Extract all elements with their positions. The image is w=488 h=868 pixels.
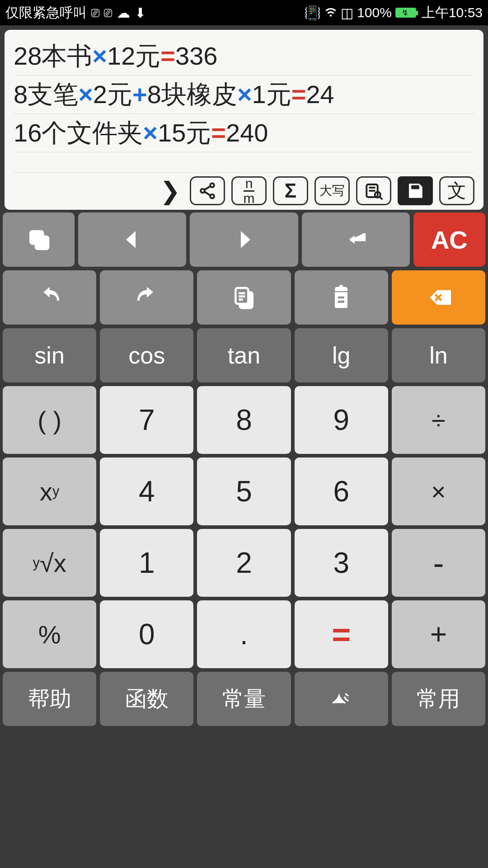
usb-icon-2: ⎚ (104, 5, 112, 20)
copy-button[interactable] (197, 270, 291, 325)
digit-8-button[interactable]: 8 (197, 386, 291, 454)
uppercase-button[interactable]: 大写 (314, 176, 350, 205)
redo-button[interactable] (100, 270, 193, 325)
battery-icon: ↯ (395, 8, 416, 18)
sin-button[interactable]: sin (3, 328, 96, 382)
copy-screen-button[interactable] (3, 212, 75, 267)
digit-3-button[interactable]: 3 (295, 529, 388, 597)
battery-saver-icon: ◫ (341, 5, 353, 21)
cursor-right-button[interactable] (190, 212, 298, 267)
digit-7-button[interactable]: 7 (100, 386, 193, 454)
digit-2-button[interactable]: 2 (197, 529, 291, 597)
plus-button[interactable]: + (392, 600, 485, 668)
fraction-icon[interactable]: nm (231, 176, 267, 205)
divide-button[interactable]: ÷ (392, 386, 485, 454)
digit-9-button[interactable]: 9 (295, 386, 388, 454)
share-icon[interactable] (190, 176, 225, 205)
backspace-button[interactable] (392, 270, 485, 325)
constants-button[interactable]: 常量 (197, 672, 291, 726)
multiply-button[interactable]: × (392, 458, 485, 525)
calc-display: 28本书×12元=3368支笔×2元+8块橡皮×1元=2416个文件夹×15元=… (5, 30, 483, 210)
digit-6-button[interactable]: 6 (295, 458, 388, 525)
battery-percent: 100% (357, 5, 392, 20)
svg-line-3 (204, 186, 211, 190)
expression-line[interactable]: 28本书×12元=336 (14, 37, 474, 75)
expression-line[interactable]: 8支笔×2元+8块橡皮×1元=24 (14, 75, 474, 114)
vibrate-icon: 📳 (304, 5, 321, 21)
history-search-icon[interactable] (356, 176, 391, 205)
nth-root-button[interactable]: y√x (3, 529, 96, 597)
svg-line-9 (380, 197, 382, 199)
ln-button[interactable]: ln (392, 328, 485, 382)
favorites-button[interactable]: 常用 (392, 672, 485, 726)
status-time: 上午10:53 (422, 4, 483, 22)
digit-1-button[interactable]: 1 (100, 529, 193, 597)
svg-rect-11 (36, 236, 48, 249)
cursor-left-button[interactable] (78, 212, 186, 267)
expression-line[interactable]: 16个文件夹×15元=240 (14, 114, 474, 152)
text-mode-button[interactable]: 文 (439, 176, 474, 205)
keypad: AC sin cos tan lg ln ( ) 7 8 9 ÷ xy 4 (0, 210, 488, 729)
decimal-button[interactable]: . (197, 600, 291, 668)
status-network-text: 仅限紧急呼叫 (5, 4, 87, 22)
minus-button[interactable]: - (392, 529, 485, 597)
all-clear-button[interactable]: AC (413, 212, 485, 267)
functions-button[interactable]: 函数 (100, 672, 193, 726)
save-icon[interactable] (398, 176, 433, 205)
tan-button[interactable]: tan (197, 328, 291, 382)
download-icon: ⬇ (135, 5, 146, 21)
power-button[interactable]: xy (3, 458, 96, 525)
help-button[interactable]: 帮助 (3, 672, 96, 726)
equals-button[interactable]: = (295, 600, 388, 668)
undo-button[interactable] (3, 270, 96, 325)
cloud-icon: ☁ (117, 5, 130, 21)
cos-button[interactable]: cos (100, 328, 193, 382)
digit-4-button[interactable]: 4 (100, 458, 193, 525)
voice-button[interactable] (295, 672, 388, 726)
expand-icon[interactable]: ❯ (156, 176, 183, 205)
wifi-icon (324, 5, 337, 21)
digit-5-button[interactable]: 5 (197, 458, 291, 525)
sigma-icon[interactable]: Σ (273, 176, 308, 205)
paste-button[interactable] (295, 270, 388, 325)
percent-button[interactable]: % (3, 600, 96, 668)
svg-line-4 (204, 192, 211, 196)
lg-button[interactable]: lg (295, 328, 388, 382)
digit-0-button[interactable]: 0 (100, 600, 193, 668)
usb-icon: ⎚ (91, 5, 99, 20)
display-toolbar: ❯ nm Σ 大写 文 (14, 173, 474, 207)
status-bar: 仅限紧急呼叫 ⎚ ⎚ ☁ ⬇ 📳 ◫ 100% ↯ 上午10:53 (0, 0, 488, 25)
parentheses-button[interactable]: ( ) (3, 386, 96, 454)
enter-button[interactable] (302, 212, 410, 267)
